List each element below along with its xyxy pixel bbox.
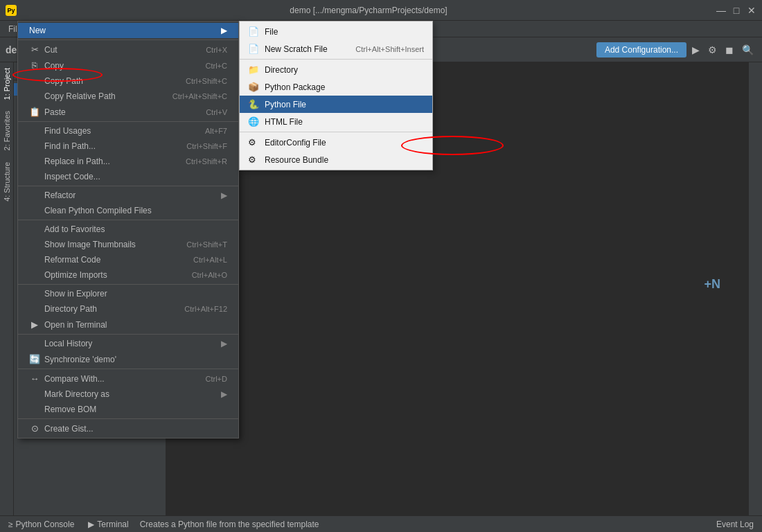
sub-dir-label: Directory [265, 65, 424, 75]
sub-file[interactable]: 📄 File [240, 23, 432, 40]
mark-dir-arrow: ▶ [221, 389, 227, 399]
sub-html-label: HTML File [265, 117, 424, 127]
history-arrow: ▶ [221, 339, 227, 348]
refactor-arrow: ▶ [221, 190, 227, 200]
ctx-mark-dir[interactable]: Mark Directory as ▶ [18, 387, 238, 402]
sub-resource-label: Resource Bundle [265, 155, 424, 165]
maximize-button[interactable]: □ [732, 6, 741, 15]
ctx-divider-4 [18, 220, 238, 220]
ctx-thumbnails-label: Show Image Thumbnails [44, 240, 179, 249]
ctx-optimize-imports[interactable]: Optimize Imports Ctrl+Alt+O [18, 267, 238, 283]
sub-py-file-label: Python File [265, 100, 424, 109]
sub-python-file[interactable]: 🐍 Python File [240, 96, 432, 113]
sub-editorconfig[interactable]: ⚙ EditorConfig File [240, 134, 432, 151]
ctx-find-path-label: Find in Path... [44, 141, 179, 151]
sub-pkg-label: Python Package [265, 82, 424, 92]
ctx-reformat[interactable]: Reformat Code Ctrl+Alt+L [18, 252, 238, 267]
ctx-find-in-path[interactable]: Find in Path... Ctrl+Shift+F [18, 139, 238, 154]
ctx-divider-3 [18, 186, 238, 186]
python-file-icon: 🐍 [248, 99, 260, 109]
cut-icon: ✂ [29, 44, 40, 55]
copy-rel-shortcut: Ctrl+Alt+Shift+C [172, 92, 227, 100]
replace-shortcut: Ctrl+Shift+R [186, 157, 227, 166]
sync-icon: 🔄 [29, 354, 40, 364]
run-button[interactable]: ▶ [689, 42, 702, 58]
ctx-show-explorer[interactable]: Show in Explorer [18, 286, 238, 301]
ctx-create-gist[interactable]: ⊙ Create Gist... [18, 420, 238, 436]
terminal-icon: ▶ [88, 520, 94, 529]
ctx-find-usages-label: Find Usages [44, 126, 198, 136]
event-log-button[interactable]: Event Log [714, 520, 756, 529]
sidebar-tab-favorites[interactable]: 2: Favorites [1, 105, 13, 156]
ctx-synchronize[interactable]: 🔄 Synchronize 'demo' [18, 351, 238, 367]
ctx-copy[interactable]: ⎘ Copy Ctrl+C [18, 57, 238, 73]
ctx-new-item[interactable]: New ▶ [18, 23, 238, 38]
event-log-label: Event Log [716, 520, 754, 529]
sub-directory[interactable]: 📁 Directory [240, 61, 432, 78]
search-toolbar-button[interactable]: 🔍 [739, 42, 756, 58]
ctx-clean-label: Clean Python Compiled Files [44, 206, 227, 215]
ctx-explorer-label: Show in Explorer [44, 289, 227, 299]
sub-python-package[interactable]: 📦 Python Package [240, 78, 432, 96]
ctx-optimize-label: Optimize Imports [44, 270, 185, 280]
ctrl-n-hint: +N [704, 277, 720, 292]
ctx-local-history[interactable]: Local History ▶ [18, 336, 238, 351]
ctx-find-usages[interactable]: Find Usages Alt+F7 [18, 123, 238, 139]
ctx-dir-path-label: Directory Path [44, 304, 177, 314]
cut-shortcut: Ctrl+X [206, 46, 227, 54]
add-configuration-button[interactable]: Add Configuration... [596, 42, 686, 57]
status-message: Creates a Python file from the specified… [140, 520, 319, 529]
copy-shortcut: Ctrl+C [206, 62, 227, 70]
terminal-button[interactable]: ▶ Terminal [85, 520, 131, 529]
sub-scratch-label: New Scratch File [265, 44, 355, 54]
sub-divider-2 [240, 132, 432, 132]
status-right-area: Event Log [714, 520, 756, 529]
file-icon: 📄 [248, 26, 260, 37]
ctx-compare-with[interactable]: ↔ Compare With... Ctrl+D [18, 371, 238, 387]
ctx-copy-path[interactable]: Copy Path Ctrl+Shift+C [18, 73, 238, 89]
paste-icon: 📋 [29, 107, 40, 117]
sub-new-scratch[interactable]: 📄 New Scratch File Ctrl+Alt+Shift+Insert [240, 40, 432, 57]
python-console-icon: ≥ [8, 520, 13, 529]
settings-toolbar-button[interactable]: ⚙ [705, 42, 720, 58]
python-console-button[interactable]: ≥ Python Console [6, 520, 77, 529]
directory-icon: 📁 [248, 64, 260, 75]
ctx-history-label: Local History [44, 339, 218, 348]
sidebar-tab-project[interactable]: 1: Project [1, 62, 13, 105]
dir-path-shortcut: Ctrl+Alt+F12 [184, 305, 227, 313]
ctx-divider-8 [18, 418, 238, 419]
left-sidebar-tabs: 1: Project 2: Favorites 4: Structure [0, 62, 14, 515]
ctx-dir-path[interactable]: Directory Path Ctrl+Alt+F12 [18, 301, 238, 317]
close-button[interactable]: ✕ [747, 6, 756, 15]
ctx-paste[interactable]: 📋 Paste Ctrl+V [18, 104, 238, 120]
stop-button[interactable]: ◼ [723, 42, 736, 58]
statusbar: ≥ Python Console ▶ Terminal Creates a Py… [0, 515, 762, 532]
ctx-terminal-label: Open in Terminal [44, 320, 227, 330]
ctx-refactor[interactable]: Refactor ▶ [18, 188, 238, 203]
sub-file-label: File [265, 27, 424, 37]
resource-bundle-icon: ⚙ [248, 154, 260, 165]
ctx-inspect-code[interactable]: Inspect Code... [18, 169, 238, 184]
ctx-copy-rel-path[interactable]: Copy Relative Path Ctrl+Alt+Shift+C [18, 89, 238, 104]
sidebar-tab-structure[interactable]: 4: Structure [1, 157, 13, 207]
sub-html-file[interactable]: 🌐 HTML File [240, 113, 432, 130]
ctx-cut-label: Cut [44, 45, 199, 55]
ctx-favorites-label: Add to Favorites [44, 224, 227, 234]
ctx-cut[interactable]: ✂ Cut Ctrl+X [18, 42, 238, 57]
ctx-clean-compiled[interactable]: Clean Python Compiled Files [18, 203, 238, 218]
sub-divider-1 [240, 59, 432, 60]
terminal-ctx-icon: ▶ [29, 319, 40, 330]
ctx-replace-in-path[interactable]: Replace in Path... Ctrl+Shift+R [18, 154, 238, 169]
copy-path-shortcut: Ctrl+Shift+C [186, 77, 227, 85]
copy-icon: ⎘ [29, 60, 40, 71]
titlebar: Py demo [.../mengma/PycharmProjects/demo… [0, 0, 762, 21]
ctx-open-terminal[interactable]: ▶ Open in Terminal [18, 317, 238, 332]
ctx-add-favorites[interactable]: Add to Favorites [18, 222, 238, 237]
ctx-mark-dir-label: Mark Directory as [44, 389, 218, 399]
compare-icon: ↔ [29, 373, 40, 384]
optimize-shortcut: Ctrl+Alt+O [192, 271, 227, 279]
minimize-button[interactable]: — [716, 6, 726, 15]
ctx-show-thumbnails[interactable]: Show Image Thumbnails Ctrl+Shift+T [18, 237, 238, 252]
ctx-remove-bom[interactable]: Remove BOM [18, 402, 238, 417]
sub-resource-bundle[interactable]: ⚙ Resource Bundle [240, 151, 432, 168]
